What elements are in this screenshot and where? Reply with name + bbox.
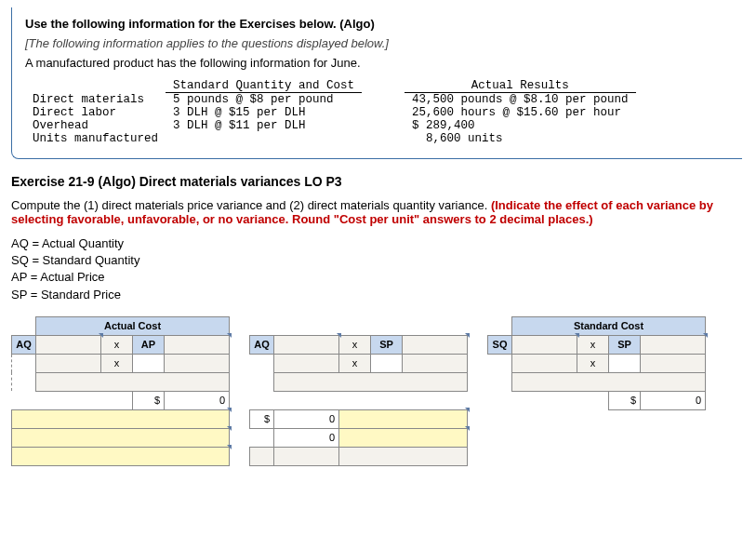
row-label: Direct materials [25, 93, 166, 107]
variance-name-2[interactable] [12, 428, 230, 447]
variance-effect-2[interactable] [339, 428, 468, 447]
blank-cell[interactable] [36, 354, 101, 372]
lbl-sq: SQ [488, 335, 512, 354]
sq-input[interactable] [512, 335, 577, 354]
sp-input-1[interactable] [403, 335, 468, 354]
times-symbol: x [101, 335, 133, 354]
times-symbol: x [577, 335, 609, 354]
total-actual: 0 [165, 391, 230, 409]
dollar-sign: $ [133, 391, 165, 409]
header-actual-cost: Actual Cost [36, 316, 230, 335]
row-act: $ 289,400 [405, 119, 636, 132]
standards-table: Standard Quantity and Cost Actual Result… [25, 79, 636, 145]
blank-cell[interactable] [512, 354, 577, 372]
row-act: 43,500 pounds @ $8.10 per pound [405, 93, 636, 107]
variance-effect-1[interactable] [339, 409, 468, 428]
def-ap: AP = Actual Price [11, 269, 742, 286]
row-std: 3 DLH @ $15 per DLH [166, 106, 362, 119]
row-act: 8,600 units [405, 132, 636, 145]
variance-name-1[interactable] [12, 409, 230, 428]
col-head-actual: Actual Results [405, 79, 636, 93]
info-panel: Use the following information for the Ex… [11, 7, 742, 159]
def-sq: SQ = Standard Quantity [11, 252, 742, 269]
times-symbol: x [339, 335, 371, 354]
intro-line1: Use the following information for the Ex… [25, 17, 729, 31]
sp-input-2[interactable] [641, 335, 706, 354]
exercise-prompt: Compute the (1) direct materials price v… [11, 198, 742, 226]
aq-input-1[interactable] [36, 335, 101, 354]
exercise-title: Exercise 21-9 (Algo) Direct materials va… [11, 174, 742, 189]
dollar-sign: $ [250, 409, 274, 428]
blank-cell[interactable] [250, 447, 274, 465]
variance-amount-2: 0 [274, 428, 339, 447]
blank-cell[interactable] [36, 372, 230, 391]
lbl-aq: AQ [250, 335, 274, 354]
lbl-aq: AQ [12, 335, 36, 354]
row-act: 25,600 hours @ $15.60 per hour [405, 106, 636, 119]
col-head-standard: Standard Quantity and Cost [166, 79, 362, 93]
variable-definitions: AQ = Actual Quantity SQ = Standard Quant… [11, 235, 742, 303]
prompt-text: Compute the (1) direct materials price v… [11, 198, 491, 212]
blank-cell[interactable] [165, 354, 230, 372]
dollar-sign: $ [609, 391, 641, 409]
total-standard: 0 [641, 391, 706, 409]
row-label: Overhead [25, 119, 166, 132]
lbl-ap: AP [133, 335, 165, 354]
blank-cell[interactable] [274, 354, 339, 372]
variance-grid: Actual Cost Standard Cost AQ x AP AQ x S… [11, 316, 706, 466]
times-symbol: x [577, 354, 609, 372]
times-symbol: x [339, 354, 371, 372]
row-label: Direct labor [25, 106, 166, 119]
aq-input-2[interactable] [274, 335, 339, 354]
blank-cell[interactable] [641, 354, 706, 372]
row-std: 5 pounds @ $8 per pound [166, 93, 362, 107]
intro-line3: A manufactured product has the following… [25, 56, 729, 70]
def-sp: SP = Standard Price [11, 287, 742, 303]
lbl-sp: SP [609, 335, 641, 354]
blank-cell[interactable] [274, 447, 339, 465]
variance-name-3[interactable] [12, 447, 230, 465]
blank-cell[interactable] [512, 372, 706, 391]
times-symbol: x [101, 354, 133, 372]
row-std [166, 132, 362, 145]
blank-cell[interactable] [339, 447, 468, 465]
variance-amount-1: 0 [274, 409, 339, 428]
intro-line2: [The following information applies to th… [25, 36, 729, 50]
blank-cell[interactable] [403, 354, 468, 372]
row-std: 3 DLH @ $11 per DLH [166, 119, 362, 132]
header-standard-cost: Standard Cost [512, 316, 706, 335]
lbl-sp: SP [371, 335, 403, 354]
blank-cell[interactable] [274, 372, 468, 391]
def-aq: AQ = Actual Quantity [11, 235, 742, 252]
row-label: Units manufactured [25, 132, 166, 145]
ap-input-1[interactable] [165, 335, 230, 354]
